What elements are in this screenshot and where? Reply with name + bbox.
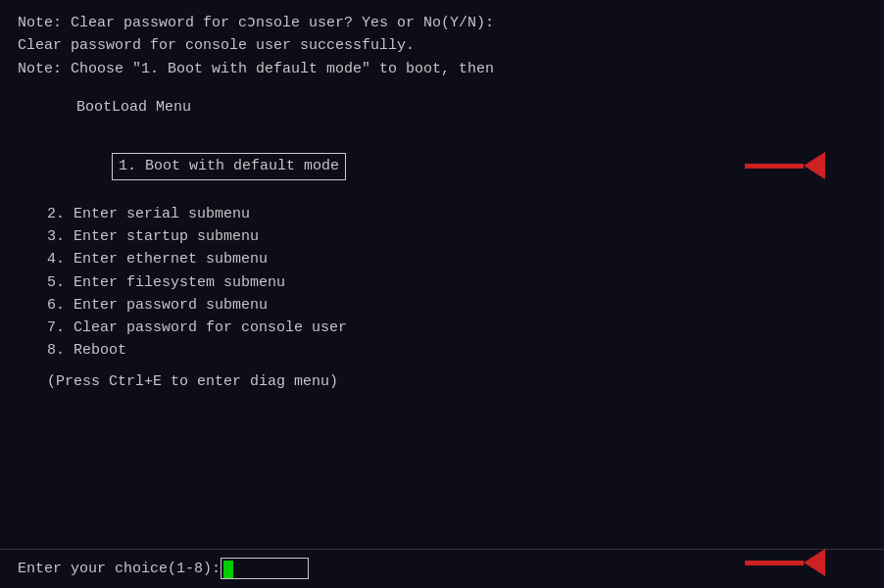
choice-input-box[interactable]: [221, 558, 309, 579]
bootload-title: BootLoad Menu: [18, 96, 866, 119]
menu-item-7[interactable]: 7. Clear password for console user: [18, 317, 866, 339]
note-line-1: Note: Clear password for cɔnsole user? Y…: [18, 12, 866, 34]
press-ctrl-line: (Press Ctrl+E to enter diag menu): [18, 370, 866, 393]
menu-item-1[interactable]: 1. Boot with default mode: [18, 130, 866, 203]
terminal-screen: Note: Clear password for cɔnsole user? Y…: [0, 0, 884, 588]
arrow-bottom: [745, 549, 825, 576]
menu-item-3[interactable]: 3. Enter startup submenu: [18, 225, 866, 248]
enter-choice-line: Enter your choice(1-8):: [18, 558, 866, 580]
arrow-top: [745, 152, 825, 179]
menu-item-6[interactable]: 6. Enter password submenu: [18, 294, 866, 317]
arrow-shaft-top: [745, 164, 804, 169]
arrow-head-bottom: [804, 549, 825, 576]
note-line-2: Note: Choose "1. Boot with default mode"…: [18, 58, 866, 80]
menu-item-2[interactable]: 2. Enter serial submenu: [18, 203, 866, 225]
terminal-cursor: [223, 561, 233, 578]
menu-item-8[interactable]: 8. Reboot: [18, 339, 866, 362]
menu-item-5[interactable]: 5. Enter filesystem submenu: [18, 271, 866, 294]
clear-success-line: Clear password for console user successf…: [18, 34, 866, 57]
menu-item-4[interactable]: 4. Enter ethernet submenu: [18, 248, 866, 270]
enter-choice-label: Enter your choice(1-8):: [18, 558, 221, 580]
arrow-head-top: [804, 152, 825, 179]
arrow-shaft-bottom: [745, 561, 804, 565]
menu-item-1-highlighted[interactable]: 1. Boot with default mode: [112, 153, 346, 179]
